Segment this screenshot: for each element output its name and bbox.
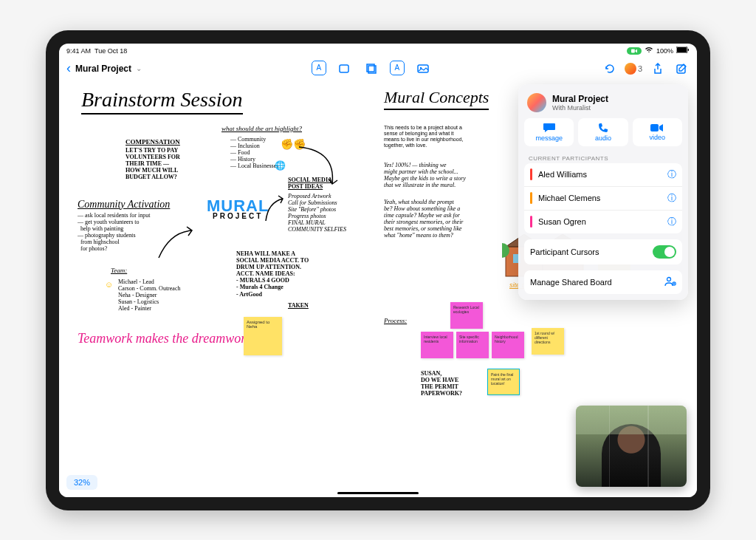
shapes-tool-button[interactable] (337, 61, 353, 77)
facetime-status-pill[interactable] (627, 47, 642, 55)
mural-project-logo: MURAL PROJECT (207, 199, 269, 220)
sticky-note[interactable]: 1st round w/ different directions (532, 328, 564, 355)
share-title: Mural Project (552, 94, 608, 104)
community-body: — ask local residents for input — get yo… (78, 212, 150, 253)
facetime-pip[interactable] (576, 406, 687, 487)
audio-action-button[interactable]: audio (578, 118, 628, 146)
info-icon[interactable]: ⓘ (667, 168, 676, 181)
participant-color-bar (530, 168, 532, 180)
svg-rect-20 (650, 124, 659, 131)
teamwork-quote: Teamwork makes the dreamwork!! (78, 332, 261, 345)
document-title[interactable]: Mural Project (75, 64, 131, 74)
concepts-intro: This needs to be a project about a sense… (384, 125, 463, 148)
app-toolbar: ‹ Mural Project ⌄ A A (59, 57, 697, 81)
screen: 9:41 AM Tue Oct 18 100% ‹ Mural Project (59, 44, 697, 497)
share-subtitle: With Muralist (552, 104, 608, 112)
taken-label: TAKEN (288, 302, 309, 309)
participant-color-bar (530, 216, 532, 228)
avatar (625, 63, 636, 75)
svg-point-21 (667, 277, 671, 281)
participant-color-bar (530, 192, 532, 204)
video-action-button[interactable]: video (633, 118, 682, 146)
participants-section-label: CURRENT PARTICIPANTS (524, 152, 682, 163)
highlight-question: what should the art highlight? (221, 125, 302, 133)
arrow-icon (155, 225, 199, 262)
person-badge-icon (664, 276, 676, 288)
message-action-button[interactable]: message (524, 118, 574, 146)
social-items: Proposed Artwork Call for Submissions Si… (288, 193, 346, 233)
community-heading: Community Activation (78, 199, 170, 211)
pip-background (576, 406, 687, 487)
manage-shared-board-button[interactable]: Manage Shared Board (524, 270, 682, 294)
wifi-icon (645, 47, 653, 55)
mural-concepts-title: Mural Concepts (384, 88, 489, 110)
participant-row[interactable]: Aled Williams ⓘ (524, 163, 682, 186)
board-avatar (527, 93, 546, 112)
svg-rect-2 (677, 47, 687, 52)
highlight-items: — Community — Inclusion — Food — History… (230, 136, 278, 170)
sticky-note[interactable]: Paint the final mural art on location! (487, 369, 520, 395)
chevron-down-icon[interactable]: ⌄ (136, 64, 142, 72)
arrow-icon (262, 195, 288, 225)
status-bar: 9:41 AM Tue Oct 18 100% (59, 44, 697, 57)
ipad-device-frame: 9:41 AM Tue Oct 18 100% ‹ Mural Project (46, 30, 710, 510)
sticky-tool-button[interactable] (363, 61, 379, 77)
smiley-icon: ☺ (105, 280, 113, 289)
globe-icon: 🌐 (275, 160, 286, 171)
svg-rect-3 (688, 49, 690, 51)
concepts-p1: Yes! 100%! — thinking we might partner w… (384, 162, 466, 189)
info-icon[interactable]: ⓘ (667, 216, 676, 228)
participant-row[interactable]: Susan Ogren ⓘ (524, 210, 682, 233)
battery-percentage: 100% (656, 47, 673, 55)
concepts-p2: Yeah, what should the prompt be? How abo… (384, 199, 463, 239)
text-box-tool-button[interactable]: A (390, 61, 405, 75)
neha-block: NEHA WILL MAKE A SOCIAL MEDIA ACCT. TO D… (236, 250, 309, 298)
participant-cursors-toggle-row[interactable]: Participant Cursors (524, 239, 682, 264)
team-body: Michael - Lead Carson - Comm. Outreach N… (118, 278, 180, 312)
sticky-note[interactable]: Research Local ecologies (450, 302, 483, 329)
sticky-note[interactable]: Assigned to Neha (244, 317, 282, 355)
susan-note: SUSAN, DO WE HAVE THE PERMIT PAPERWORK? (421, 370, 462, 397)
share-panel: Mural Project With Muralist message audi… (518, 84, 688, 300)
sticky-note[interactable]: Interview local residents (421, 332, 453, 358)
collaborator-count: 3 (638, 64, 642, 73)
undo-button[interactable] (601, 61, 617, 77)
battery-icon (676, 47, 690, 55)
compensation-body: LET'S TRY TO PAY VOLUNTEERS FOR THEIR TI… (126, 147, 180, 181)
collaborators-button[interactable]: 3 (625, 63, 642, 75)
info-icon[interactable]: ⓘ (667, 192, 676, 205)
board-title: Brainstorm Session (81, 88, 243, 115)
media-tool-button[interactable] (415, 61, 431, 77)
participant-row[interactable]: Michael Clemens ⓘ (524, 186, 682, 210)
arrow-icon (292, 143, 351, 195)
svg-rect-0 (631, 49, 635, 52)
team-heading: Team: (111, 267, 127, 275)
zoom-level-button[interactable]: 32% (66, 475, 97, 490)
compensation-heading: COMPENSATION (126, 138, 180, 146)
text-tool-button[interactable]: A (312, 61, 326, 75)
home-indicator[interactable] (337, 492, 419, 494)
status-date: Tue Oct 18 (94, 47, 127, 55)
toggle-switch-on[interactable] (653, 245, 676, 259)
back-button[interactable]: ‹ (66, 61, 71, 76)
sticky-note[interactable]: Neighborhood history (492, 332, 524, 358)
share-button[interactable] (650, 61, 666, 77)
process-heading: Process: (384, 317, 407, 325)
compose-button[interactable] (673, 61, 690, 77)
svg-rect-4 (340, 65, 348, 72)
sticky-note[interactable]: Site specific information (456, 332, 489, 358)
status-time: 9:41 AM (66, 47, 91, 55)
